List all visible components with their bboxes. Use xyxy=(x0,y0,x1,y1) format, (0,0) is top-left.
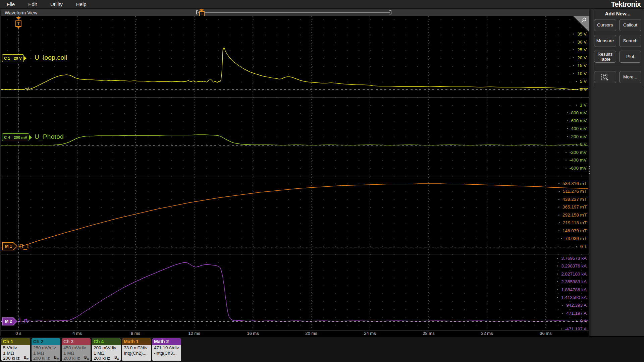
channel-badge-c1[interactable]: C 1 20 V xyxy=(2,54,24,62)
page-title: Waveform View xyxy=(5,10,37,15)
footer-badge-ch2[interactable]: Ch 2250 mV/div1 MΩ200 kHzBW xyxy=(32,338,60,361)
footer-badge-math2[interactable]: Math 2471.19 A/div-Intg(Ch3... xyxy=(152,338,181,361)
menu-edit[interactable]: Edit xyxy=(28,1,37,7)
ch1-scale-label: 10 V xyxy=(573,71,587,76)
add-new-heading: Add New... xyxy=(593,10,642,19)
channel-badge-c4[interactable]: C 4 200 mV xyxy=(2,133,29,141)
menu-bar: FileEditUtilityHelp xyxy=(0,0,644,9)
sidebar-button-measure[interactable]: Measure xyxy=(594,35,616,47)
waveform-plot[interactable]: 35 V30 V25 V20 V15 V10 V5 V0 V1 V800 mV6… xyxy=(1,16,589,330)
math1-scale-label: 73.039 mT xyxy=(561,236,587,241)
footer-badge-ch3[interactable]: Ch 3450 mV/div1 MΩ200 kHzBW xyxy=(62,338,91,361)
math2-scale-label: 3.298376 kA xyxy=(557,263,587,268)
trace-u-loop-coil xyxy=(1,48,588,90)
scale-label-text: 0 V xyxy=(580,87,587,92)
footer-bar: Ch 15 V/div1 MΩ200 kHzBWCh 2250 mV/div1 … xyxy=(0,336,644,362)
trigger-marker-icon[interactable]: T xyxy=(199,11,205,16)
x-axis-label: 24 ms xyxy=(358,331,382,336)
tick-dot xyxy=(576,144,577,145)
footer-badge-row: 1 MΩ xyxy=(92,351,121,356)
sidebar-button-results-table[interactable]: Results Table xyxy=(594,51,616,63)
footer-badge-row: 250 mV/div xyxy=(32,345,60,351)
footer-badge-row: 1 MΩ xyxy=(1,351,30,356)
scale-label-text: -400 mV xyxy=(570,158,587,163)
math1-scale-label: 438.237 mT xyxy=(558,197,587,202)
tick-dot xyxy=(566,152,567,153)
scale-label-text: 200 mV xyxy=(571,134,587,139)
sidebar-button-plot[interactable]: Plot xyxy=(619,51,641,63)
math1-scale-label: 219.118 mT xyxy=(559,220,587,225)
scale-label-text: 146.079 mT xyxy=(562,228,587,233)
bandwidth-limit-icon: BW xyxy=(24,356,29,360)
math1-scale-label: 292.158 mT xyxy=(558,213,587,218)
sidebar: Add New... CursorsCalloutMeasureSearchRe… xyxy=(591,9,644,336)
trigger-flag-pointer xyxy=(17,27,20,29)
tick-dot xyxy=(562,313,563,314)
tick-dot xyxy=(558,206,559,207)
scale-label-text: 0 V xyxy=(580,142,587,147)
scale-label-text: 30 V xyxy=(577,40,587,45)
menu-help[interactable]: Help xyxy=(76,1,87,7)
ch1-scale-label: 15 V xyxy=(573,63,587,68)
tick-dot xyxy=(557,258,558,259)
scale-label-text: 400 mV xyxy=(571,126,587,131)
menu-utility[interactable]: Utility xyxy=(50,1,63,7)
scale-label-text: -471.197 A xyxy=(565,326,587,330)
tick-dot xyxy=(573,65,574,66)
footer-badge-math1[interactable]: Math 173.0 mT/divIntg(Ch2)... xyxy=(122,338,151,361)
scale-label-text: 20 V xyxy=(577,55,587,60)
ch4-scale-label: -600 mV xyxy=(566,166,587,171)
tick-dot xyxy=(561,328,562,329)
footer-badge-ch1[interactable]: Ch 15 V/div1 MΩ200 kHzBW xyxy=(1,338,30,361)
scale-label-text: 35 V xyxy=(577,32,587,37)
scale-label-text: 5 V xyxy=(580,79,587,84)
m2-wave-label[interactable]: I_p xyxy=(19,317,28,324)
ch4-scale-label: 600 mV xyxy=(567,118,587,123)
footer-badge-ch4[interactable]: Ch 4200 mV/div1 MΩ200 kHzBW xyxy=(92,338,121,361)
scale-label-text: 0 T xyxy=(580,244,587,249)
footer-badge-row: Intg(Ch2)... xyxy=(122,351,151,356)
x-axis-label: 4 ms xyxy=(65,331,89,336)
sidebar-button-cursors[interactable]: Cursors xyxy=(594,19,616,31)
c1-wave-label[interactable]: U_loop,coil xyxy=(35,54,67,61)
scale-label-text: 25 V xyxy=(577,47,587,52)
footer-badge-name: Ch 3 xyxy=(62,338,91,345)
ch1-scale-label: 35 V xyxy=(573,32,587,37)
scale-label-text: 0 A xyxy=(580,318,587,323)
c4-name: C 4 xyxy=(2,135,12,139)
c1-scale: 20 V xyxy=(12,55,23,62)
tick-dot xyxy=(567,136,568,137)
sidebar-button-search[interactable]: Search xyxy=(619,35,641,47)
scale-label-text: 511.276 mT xyxy=(563,189,587,194)
c4-scale: 200 mV xyxy=(12,134,29,141)
x-axis-label: 28 ms xyxy=(417,331,440,336)
tick-dot xyxy=(557,289,558,290)
math1-scale-label: 584.316 mT xyxy=(558,181,587,186)
tick-dot xyxy=(573,73,574,74)
tick-dot xyxy=(576,320,577,321)
c4-wave-label[interactable]: U_Photod xyxy=(35,133,64,140)
trigger-flag-icon[interactable]: T xyxy=(15,20,21,27)
math2-scale-label: 0 A xyxy=(576,318,587,323)
footer-badge-row: 5 V/div xyxy=(1,345,30,351)
zoom-mode-button[interactable] xyxy=(594,71,616,83)
trace-i-p xyxy=(1,262,588,323)
sidebar-button-callout[interactable]: Callout xyxy=(619,19,641,31)
c1-badge-arrow xyxy=(24,56,26,61)
menu-file[interactable]: File xyxy=(7,1,15,7)
m1-wave-label[interactable]: B_t xyxy=(19,243,29,250)
scale-label-text: 3.298376 kA xyxy=(561,263,587,268)
record-view-slider[interactable]: T xyxy=(196,9,391,16)
tick-dot xyxy=(573,34,574,35)
more-button[interactable]: More... xyxy=(619,71,641,83)
splitter-drag-handle[interactable] xyxy=(588,166,590,174)
tick-dot xyxy=(566,160,567,161)
scale-label-text: -600 mV xyxy=(570,166,587,171)
x-axis-label: 0 s xyxy=(7,331,30,336)
bandwidth-limit-icon: BW xyxy=(84,356,89,360)
tick-dot xyxy=(557,281,558,282)
scale-label-text: 219.118 mT xyxy=(563,220,587,225)
ch4-scale-label: 800 mV xyxy=(567,110,587,115)
scale-label-text: 3.769573 kA xyxy=(561,256,587,261)
tick-dot xyxy=(576,81,577,82)
